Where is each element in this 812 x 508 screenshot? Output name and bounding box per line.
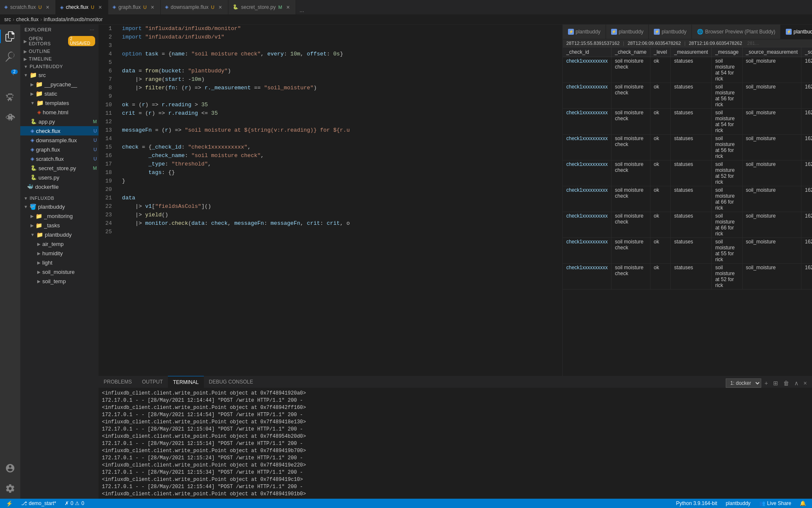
sidebar-item-plantbuddy-folder[interactable]: ▼ 📁 plantbuddy <box>20 230 99 239</box>
folder-icon: 📁 <box>36 90 43 97</box>
sidebar-item-label: templates <box>45 100 97 106</box>
sidebar-item-src[interactable]: ▼ 📁 src <box>20 70 99 80</box>
activity-search[interactable] <box>0 47 20 67</box>
status-live-share-item[interactable]: 👥 Live Share <box>757 499 793 508</box>
status-plantbuddy-item[interactable]: plantbuddy <box>724 499 752 508</box>
terminal-tab-debug[interactable]: DEBUG CONSOLE <box>204 376 258 388</box>
cell-check-id: check1xxxxxxxxxx <box>563 160 612 186</box>
influxdb-section[interactable]: ▼ INFLUXDB <box>20 193 99 202</box>
sidebar-item-check-flux[interactable]: ◈ check.flux U <box>20 126 99 135</box>
terminal-tab-problems[interactable]: PROBLEMS <box>99 376 137 388</box>
tab-scratch-flux[interactable]: ◈ scratch.flux U × <box>0 0 56 14</box>
tab-label: plantbuddy <box>661 29 686 35</box>
outline-section[interactable]: ▶ OUTLINE <box>20 47 99 55</box>
error-icon: ✗ <box>65 500 69 506</box>
sidebar-item-pycache[interactable]: ▶ 📁 __pycache__ <box>20 80 99 89</box>
sidebar-item-secret-store-py[interactable]: 🐍 secret_store.py M <box>20 163 99 173</box>
sidebar-item-plantbuddy-bucket[interactable]: ▼ 🪣 plantbuddy <box>20 202 99 211</box>
data-tab-plantbuddy-active[interactable]: ⚡ plantbuddy × <box>781 25 812 39</box>
sidebar-item-downsample-flux[interactable]: ◈ downsample.flux U <box>20 135 99 145</box>
timeline-section[interactable]: ▶ TIMELINE <box>20 55 99 63</box>
folder-icon: 📁 <box>36 99 44 106</box>
sidebar-item-static[interactable]: ▶ 📁 static <box>20 89 99 98</box>
terminal-tab-terminal[interactable]: TERMINAL <box>168 376 204 388</box>
tab-close-button[interactable]: × <box>285 4 291 11</box>
status-notifications-item[interactable]: 🔔 <box>798 499 808 508</box>
sidebar-item-soil-temp[interactable]: ▶ soil_temp <box>20 276 99 286</box>
tab-close-button[interactable]: × <box>149 4 156 11</box>
sidebar-item-home-html[interactable]: ◈ home.html <box>20 108 99 117</box>
tab-close-button[interactable]: × <box>44 4 51 11</box>
data-tab-plantbuddy-2[interactable]: ⚡ plantbuddy <box>606 25 649 39</box>
table-row: check1xxxxxxxxxx soil moisture check ok … <box>563 186 812 212</box>
activity-settings[interactable] <box>0 478 20 499</box>
cell-measurement: statuses <box>671 135 712 160</box>
sidebar-item-label: plantbuddy <box>45 232 97 238</box>
tab-label: downsample.flux <box>171 4 208 10</box>
code-content[interactable]: import "influxdata/influxdb/monitor" imp… <box>119 25 562 376</box>
tab-unsaved-indicator: U <box>38 5 42 10</box>
cell-message: soil moisture at 56 for rick <box>712 135 742 160</box>
sidebar-more-button[interactable]: ··· <box>90 27 94 32</box>
cell-message: soil moisture at 54 for rick <box>712 109 742 135</box>
data-tab-plantbuddy-3[interactable]: ⚡ plantbuddy <box>649 25 692 39</box>
status-python-item[interactable]: Python 3.9.164-bit <box>675 499 719 508</box>
status-remote-button[interactable]: ⚡ <box>4 499 14 508</box>
tab-secret-store-py[interactable]: 🐍 secret_store.py M × <box>228 0 296 14</box>
sidebar-item-scratch-flux[interactable]: ◈ scratch.flux U <box>20 154 99 163</box>
tab-close-button[interactable]: × <box>97 4 104 11</box>
table-body: check1xxxxxxxxxx soil moisture check ok … <box>563 57 812 290</box>
sidebar-item-app-py[interactable]: 🐍 app.py M <box>20 117 99 126</box>
sidebar-item-graph-flux[interactable]: ◈ graph.flux U <box>20 145 99 154</box>
sidebar-item-humidity[interactable]: ▶ humidity <box>20 248 99 258</box>
status-python-label: Python 3.9.164-bit <box>676 500 717 506</box>
activity-debug[interactable] <box>0 87 20 108</box>
sidebar-item-dockerfile[interactable]: 🐳 dockerfile <box>20 182 99 191</box>
data-tab-browser-preview[interactable]: 🌐 Browser Preview (Plant Buddy) <box>692 25 781 39</box>
sidebar-item-monitoring[interactable]: ▶ 📁 _monitoring <box>20 211 99 221</box>
tab-close-button[interactable]: × <box>217 4 224 11</box>
sidebar-item-label: __pycache__ <box>44 81 97 88</box>
activity-source-control[interactable]: 2 <box>0 67 20 87</box>
sidebar-item-air-temp[interactable]: ▶ air_temp <box>20 239 99 248</box>
activity-account[interactable] <box>0 458 20 478</box>
terminal-split-button[interactable]: ⊞ <box>771 379 780 387</box>
terminal-line: <influxdb_client.client.write_point.Poin… <box>102 447 809 455</box>
cell-check-name: soil moisture check <box>612 135 650 160</box>
sidebar-item-light[interactable]: ▶ light <box>20 258 99 267</box>
tab-overflow-button[interactable]: ··· <box>296 8 307 14</box>
data-tab-plantbuddy-1[interactable]: ⚡ plantbuddy <box>563 25 606 39</box>
sidebar-item-soil-moisture[interactable]: ▶ soil_moisture <box>20 267 99 276</box>
terminal-instance-select[interactable]: 1: docker <box>726 378 761 388</box>
terminal-close-button[interactable]: × <box>802 379 809 387</box>
activity-extensions[interactable] <box>0 108 20 128</box>
tab-bar: ◈ scratch.flux U × ◈ check.flux U × ◈ gr… <box>0 0 812 15</box>
tab-graph-flux[interactable]: ◈ graph.flux U × <box>108 0 161 14</box>
table-row: check1xxxxxxxxxx soil moisture check ok … <box>563 160 812 186</box>
influx-icon: ⚡ <box>786 29 792 35</box>
sidebar-item-users-py[interactable]: 🐍 users.py <box>20 173 99 182</box>
sidebar-item-label: humidity <box>42 250 97 257</box>
sidebar-item-tasks[interactable]: ▶ 📁 _tasks <box>20 221 99 230</box>
breadcrumb-check-flux: check.flux <box>16 17 38 22</box>
sidebar-header-actions: ··· <box>90 27 94 32</box>
col-measurement: _measurement <box>671 47 712 57</box>
terminal-tab-output[interactable]: OUTPUT <box>137 376 168 388</box>
tab-downsample-flux[interactable]: ◈ downsample.flux U × <box>161 0 228 14</box>
terminal-trash-button[interactable]: 🗑 <box>782 379 791 387</box>
py-icon: 🐍 <box>30 119 37 124</box>
extensions-icon <box>5 113 15 123</box>
terminal-add-button[interactable]: + <box>763 379 770 387</box>
sidebar-title: EXPLORER <box>25 27 52 32</box>
sidebar-item-templates[interactable]: ▼ 📁 templates <box>20 98 99 108</box>
sidebar-item-label: users.py <box>38 174 97 181</box>
status-branch-item[interactable]: ⎇ demo_start* <box>19 499 58 508</box>
plantbuddy-section[interactable]: ▼ PLANTBUDDY <box>20 63 99 70</box>
open-editors-section[interactable]: ▶ OPEN EDITORS 2 UNSAVED <box>20 35 99 47</box>
terminal-collapse-button[interactable]: ∧ <box>793 379 800 387</box>
activity-explorer[interactable] <box>0 26 20 47</box>
tab-check-flux[interactable]: ◈ check.flux U × <box>56 0 108 14</box>
cell-message: soil moisture at 52 for rick <box>712 264 742 290</box>
status-errors-item[interactable]: ✗ 0 ⚠ 0 <box>63 499 86 508</box>
breadcrumb-src: src <box>4 17 11 22</box>
